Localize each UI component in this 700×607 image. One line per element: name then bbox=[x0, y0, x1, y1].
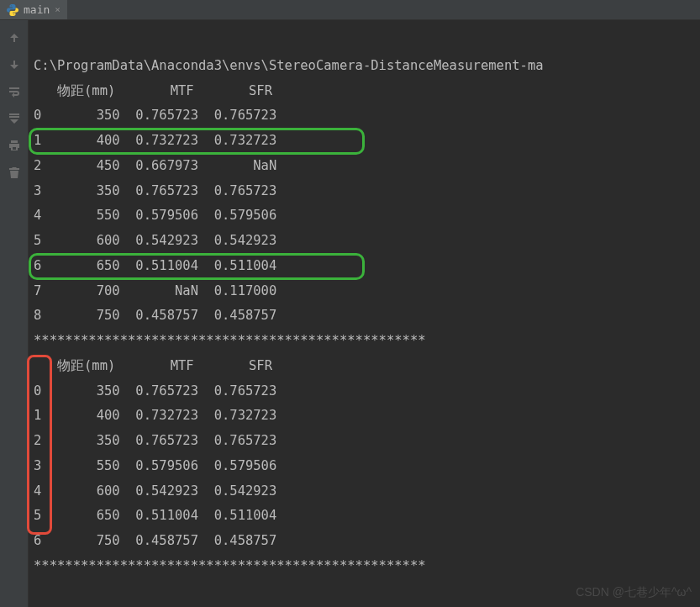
table-row: 1 400 0.732723 0.732723 bbox=[34, 133, 276, 148]
table-header: 物距(mm) MTF SFR bbox=[34, 358, 272, 373]
table-header: 物距(mm) MTF SFR bbox=[34, 83, 272, 98]
gutter bbox=[0, 20, 29, 607]
table-row: 6 650 0.511004 0.511004 bbox=[34, 258, 276, 273]
table-row: 5 600 0.542923 0.542923 bbox=[34, 233, 276, 248]
print-icon[interactable] bbox=[7, 138, 22, 153]
separator: ****************************************… bbox=[34, 558, 426, 573]
table-row: 0 350 0.765723 0.765723 bbox=[34, 383, 276, 399]
table-row: 7 700 NaN 0.117000 bbox=[34, 283, 276, 298]
table-row: 4 550 0.579506 0.579506 bbox=[34, 208, 276, 223]
table-row: 0 350 0.765723 0.765723 bbox=[34, 108, 276, 123]
main-area: C:\ProgramData\Anaconda3\envs\StereoCame… bbox=[0, 20, 700, 607]
tab-bar: main × bbox=[0, 0, 700, 20]
table-row: 3 550 0.579506 0.579506 bbox=[34, 458, 276, 473]
close-icon[interactable]: × bbox=[55, 4, 61, 15]
table-row: 5 650 0.511004 0.511004 bbox=[34, 508, 276, 523]
table-row: 6 750 0.458757 0.458757 bbox=[34, 533, 276, 548]
tab-main[interactable]: main × bbox=[0, 0, 67, 19]
table-row: 3 350 0.765723 0.765723 bbox=[34, 183, 276, 198]
python-icon bbox=[7, 4, 18, 16]
arrow-up-icon[interactable] bbox=[7, 30, 22, 45]
tab-label: main bbox=[24, 3, 50, 16]
table-row: 1 400 0.732723 0.732723 bbox=[34, 408, 276, 423]
console-output[interactable]: C:\ProgramData\Anaconda3\envs\StereoCame… bbox=[29, 20, 700, 607]
scroll-down-icon[interactable] bbox=[7, 111, 22, 126]
watermark: CSDN @七巷少年^ω^ bbox=[576, 585, 692, 600]
path-line: C:\ProgramData\Anaconda3\envs\StereoCame… bbox=[34, 58, 544, 73]
table-row: 8 750 0.458757 0.458757 bbox=[34, 308, 276, 323]
table-row: 2 350 0.765723 0.765723 bbox=[34, 433, 276, 448]
separator: ****************************************… bbox=[34, 333, 426, 348]
arrow-down-icon[interactable] bbox=[7, 57, 22, 72]
table-row: 2 450 0.667973 NaN bbox=[34, 158, 276, 173]
wrap-icon[interactable] bbox=[7, 84, 22, 99]
table-row: 4 600 0.542923 0.542923 bbox=[34, 483, 276, 499]
trash-icon[interactable] bbox=[7, 165, 22, 180]
